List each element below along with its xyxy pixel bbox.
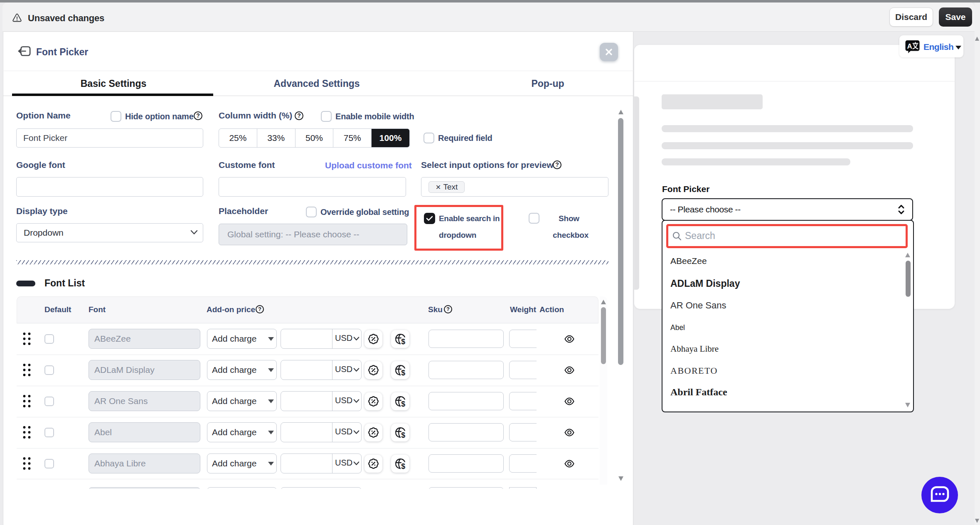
svg-text:$: $	[401, 462, 405, 469]
svg-text:$: $	[401, 369, 405, 376]
svg-text:A: A	[907, 42, 912, 50]
svg-text:$: $	[401, 338, 405, 345]
svg-text:$: $	[401, 431, 405, 438]
svg-text:$: $	[401, 400, 405, 407]
